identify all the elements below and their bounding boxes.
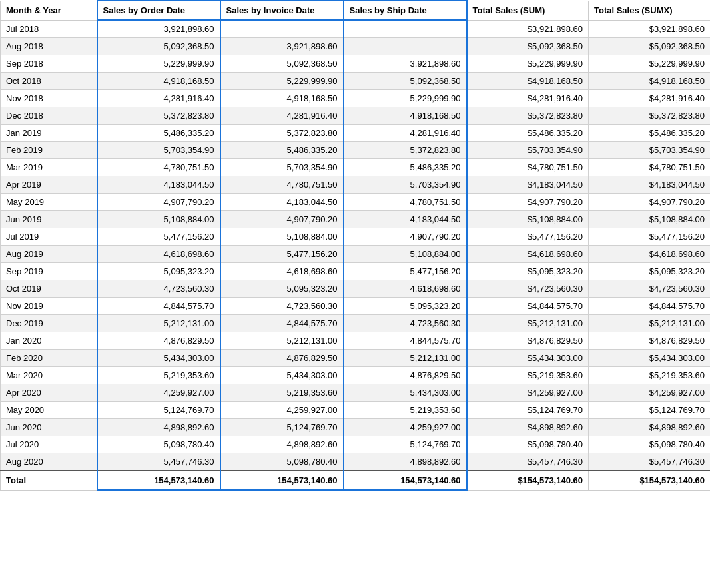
table-row: Jul 20195,477,156.205,108,884.004,907,79…	[1, 228, 711, 246]
cell-order: 5,486,335.20	[97, 125, 220, 142]
cell-order: 4,723,560.30	[97, 280, 220, 298]
cell-sumx: $5,703,354.90	[589, 142, 711, 159]
cell-invoice: 5,219,353.60	[220, 384, 344, 402]
cell-month: Feb 2019	[1, 142, 97, 159]
cell-invoice	[220, 20, 344, 38]
cell-sum: $4,723,560.30	[467, 280, 589, 298]
cell-month: Nov 2018	[1, 90, 97, 107]
cell-sumx: $4,618,698.60	[589, 246, 711, 263]
cell-sum: $4,183,044.50	[467, 176, 589, 194]
cell-sumx: $5,457,746.30	[589, 453, 711, 471]
table-row: Aug 20194,618,698.605,477,156.205,108,88…	[1, 246, 711, 263]
cell-sum: $3,921,898.60	[467, 20, 589, 38]
cell-order: 5,434,303.00	[97, 350, 220, 367]
cell-ship: 5,095,323.20	[344, 298, 467, 315]
table-row: Jul 20183,921,898.60$3,921,898.60$3,921,…	[1, 20, 711, 38]
table-row: Aug 20205,457,746.305,098,780.404,898,89…	[1, 453, 711, 471]
cell-order: 3,921,898.60	[97, 20, 220, 38]
table-row: Nov 20194,844,575.704,723,560.305,095,32…	[1, 298, 711, 315]
cell-order: 5,108,884.00	[97, 211, 220, 228]
cell-month: Aug 2019	[1, 246, 97, 263]
cell-invoice: 5,486,335.20	[220, 142, 344, 159]
cell-invoice: 4,907,790.20	[220, 211, 344, 228]
cell-month: Mar 2020	[1, 367, 97, 384]
cell-sumx: $5,095,323.20	[589, 263, 711, 280]
cell-sum: $4,876,829.50	[467, 332, 589, 350]
cell-sumx: $5,219,353.60	[589, 367, 711, 384]
cell-order: 4,844,575.70	[97, 298, 220, 315]
cell-order: 5,457,746.30	[97, 453, 220, 471]
cell-order: 4,281,916.40	[97, 90, 220, 107]
cell-sumx: $5,372,823.80	[589, 107, 711, 125]
cell-invoice: 5,212,131.00	[220, 332, 344, 350]
cell-sumx: $4,898,892.60	[589, 419, 711, 436]
cell-sum: $5,434,303.00	[467, 350, 589, 367]
cell-invoice: 5,229,999.90	[220, 73, 344, 90]
cell-sum: $4,618,698.60	[467, 246, 589, 263]
cell-sum: $5,219,353.60	[467, 367, 589, 384]
cell-sum: $4,898,892.60	[467, 419, 589, 436]
cell-invoice: 4,780,751.50	[220, 176, 344, 194]
cell-sumx: $4,918,168.50	[589, 73, 711, 90]
cell-month: Jan 2020	[1, 332, 97, 350]
cell-order: 4,183,044.50	[97, 176, 220, 194]
cell-invoice: 5,098,780.40	[220, 453, 344, 471]
cell-ship: 5,219,353.60	[344, 402, 467, 419]
cell-sumx: $5,124,769.70	[589, 402, 711, 419]
cell-sum: $5,372,823.80	[467, 107, 589, 125]
table-row: Mar 20205,219,353.605,434,303.004,876,82…	[1, 367, 711, 384]
cell-invoice: 4,259,927.00	[220, 402, 344, 419]
col-header-sum: Total Sales (SUM)	[467, 1, 589, 20]
cell-month: Dec 2018	[1, 107, 97, 125]
cell-sum: $5,229,999.90	[467, 55, 589, 73]
table-row: Oct 20184,918,168.505,229,999.905,092,36…	[1, 73, 711, 90]
col-header-month: Month & Year	[1, 1, 97, 20]
cell-month: Dec 2019	[1, 315, 97, 332]
col-header-ship: Sales by Ship Date	[344, 1, 467, 20]
cell-order: 5,098,780.40	[97, 436, 220, 453]
table-row: Aug 20185,092,368.503,921,898.60$5,092,3…	[1, 38, 711, 55]
table-row: Dec 20195,212,131.004,844,575.704,723,56…	[1, 315, 711, 332]
cell-ship: 5,124,769.70	[344, 436, 467, 453]
table-row: Feb 20195,703,354.905,486,335.205,372,82…	[1, 142, 711, 159]
cell-month: Jul 2019	[1, 228, 97, 246]
cell-invoice: 5,095,323.20	[220, 280, 344, 298]
cell-sum: $5,108,884.00	[467, 211, 589, 228]
cell-order: 4,618,698.60	[97, 246, 220, 263]
col-header-invoice: Sales by Invoice Date	[220, 1, 344, 20]
cell-ship: 5,212,131.00	[344, 350, 467, 367]
cell-ship: 5,229,999.90	[344, 90, 467, 107]
cell-sumx: $4,844,575.70	[589, 298, 711, 315]
cell-order: 4,876,829.50	[97, 332, 220, 350]
cell-ship: 4,876,829.50	[344, 367, 467, 384]
cell-sum: $5,212,131.00	[467, 315, 589, 332]
cell-sumx: $5,212,131.00	[589, 315, 711, 332]
cell-ship	[344, 20, 467, 38]
cell-order: 5,124,769.70	[97, 402, 220, 419]
table-row: Feb 20205,434,303.004,876,829.505,212,13…	[1, 350, 711, 367]
table-row: Apr 20194,183,044.504,780,751.505,703,35…	[1, 176, 711, 194]
table-row: Nov 20184,281,916.404,918,168.505,229,99…	[1, 90, 711, 107]
cell-ship: 4,918,168.50	[344, 107, 467, 125]
cell-month: May 2020	[1, 402, 97, 419]
cell-sum: $5,124,769.70	[467, 402, 589, 419]
cell-month: Apr 2019	[1, 176, 97, 194]
cell-sum: $5,703,354.90	[467, 142, 589, 159]
cell-sum: $4,780,751.50	[467, 159, 589, 176]
table-row: Jul 20205,098,780.404,898,892.605,124,76…	[1, 436, 711, 453]
cell-ship: 5,372,823.80	[344, 142, 467, 159]
cell-month: Jul 2018	[1, 20, 97, 38]
cell-month: Nov 2019	[1, 298, 97, 315]
cell-sum: $4,918,168.50	[467, 73, 589, 90]
cell-sumx: $4,876,829.50	[589, 332, 711, 350]
cell-sum: $5,457,746.30	[467, 453, 589, 471]
cell-sum: $5,092,368.50	[467, 38, 589, 55]
cell-invoice: 5,124,769.70	[220, 419, 344, 436]
table-row: Jan 20195,486,335.205,372,823.804,281,91…	[1, 125, 711, 142]
cell-sum: $5,098,780.40	[467, 436, 589, 453]
sales-table-container: Month & YearSales by Order DateSales by …	[0, 0, 710, 491]
cell-month: Oct 2019	[1, 280, 97, 298]
cell-invoice: 4,618,698.60	[220, 263, 344, 280]
table-row: Oct 20194,723,560.305,095,323.204,618,69…	[1, 280, 711, 298]
cell-sumx: $4,723,560.30	[589, 280, 711, 298]
